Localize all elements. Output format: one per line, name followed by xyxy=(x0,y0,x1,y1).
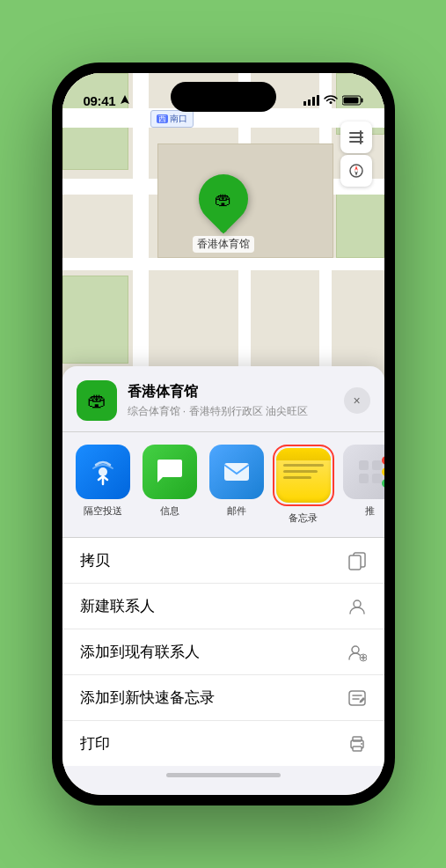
svg-rect-20 xyxy=(349,555,361,570)
svg-point-30 xyxy=(361,743,362,745)
mail-label: 邮件 xyxy=(227,504,246,518)
action-add-existing[interactable]: 添加到现有联系人 xyxy=(62,629,384,675)
action-print[interactable]: 打印 xyxy=(62,721,384,766)
svg-rect-18 xyxy=(372,474,382,483)
svg-rect-14 xyxy=(224,463,249,481)
more-dots xyxy=(382,456,384,488)
map-label-prefix: 西 xyxy=(157,114,168,123)
action-copy-label: 拷贝 xyxy=(80,550,110,570)
airdrop-icon xyxy=(89,458,117,486)
svg-rect-28 xyxy=(353,747,362,751)
notes-icon-wrap xyxy=(276,448,331,503)
notes-line-3 xyxy=(283,476,311,479)
svg-rect-16 xyxy=(372,460,382,470)
pin-label: 香港体育馆 xyxy=(193,236,254,253)
location-arrow-icon xyxy=(121,95,129,106)
share-notes[interactable]: 备忘录 xyxy=(274,445,333,525)
location-button[interactable] xyxy=(340,155,372,187)
dot-yellow xyxy=(382,467,384,476)
svg-rect-1 xyxy=(308,99,311,106)
compass-icon xyxy=(348,163,364,179)
map-controls xyxy=(340,121,372,187)
svg-rect-2 xyxy=(312,97,315,106)
messages-icon xyxy=(154,456,186,488)
action-add-existing-label: 添加到现有联系人 xyxy=(80,642,200,662)
dot-red xyxy=(382,456,384,465)
home-indicator xyxy=(166,773,281,777)
phone-screen: 09:41 xyxy=(62,73,384,795)
share-more[interactable]: 推 xyxy=(340,445,384,525)
action-list: 拷贝 新建联系人 添加到现有联系人 xyxy=(62,538,384,766)
action-new-contact-label: 新建联系人 xyxy=(80,596,155,616)
more-icon-wrap xyxy=(343,445,384,499)
dot-green xyxy=(382,479,384,488)
action-quick-note-label: 添加到新快速备忘录 xyxy=(80,688,215,708)
airdrop-icon-wrap xyxy=(76,445,130,499)
mail-icon xyxy=(221,456,252,488)
mail-icon-wrap xyxy=(209,445,264,499)
print-icon xyxy=(347,734,367,754)
notes-lines xyxy=(276,460,331,482)
svg-point-21 xyxy=(354,600,361,607)
pin-stadium-icon: 🏟 xyxy=(215,189,232,210)
svg-rect-17 xyxy=(359,474,369,483)
messages-label: 信息 xyxy=(160,504,179,518)
close-button[interactable]: × xyxy=(344,387,370,414)
svg-rect-6 xyxy=(343,98,358,104)
action-quick-note[interactable]: 添加到新快速备忘录 xyxy=(62,675,384,721)
venue-info: 香港体育馆 综合体育馆 · 香港特别行政区 油尖旺区 xyxy=(128,383,344,419)
close-icon: × xyxy=(353,394,360,408)
messages-icon-wrap xyxy=(143,445,197,499)
share-messages[interactable]: 信息 xyxy=(140,445,200,525)
svg-rect-0 xyxy=(303,101,306,106)
notes-highlight-border xyxy=(273,445,334,506)
svg-rect-29 xyxy=(353,737,362,741)
notes-line-2 xyxy=(283,470,318,473)
svg-rect-3 xyxy=(317,95,319,106)
quick-note-icon xyxy=(347,688,367,708)
notes-top-bar xyxy=(276,448,331,460)
map-green-4 xyxy=(336,188,384,258)
notes-line-1 xyxy=(283,464,324,467)
phone-frame: 09:41 xyxy=(52,63,395,805)
map-layers-icon xyxy=(347,129,365,146)
action-new-contact[interactable]: 新建联系人 xyxy=(62,584,384,629)
svg-point-22 xyxy=(352,646,359,653)
dynamic-island xyxy=(171,82,276,112)
map-type-button[interactable] xyxy=(340,121,372,153)
venue-header: 🏟 香港体育馆 综合体育馆 · 香港特别行政区 油尖旺区 × xyxy=(62,366,384,432)
signal-icon xyxy=(303,95,319,106)
battery-icon xyxy=(342,95,363,106)
pin-circle: 🏟 xyxy=(188,164,258,233)
airdrop-label: 隔空投送 xyxy=(84,504,122,518)
venue-icon: 🏟 xyxy=(77,380,117,421)
svg-rect-10 xyxy=(360,130,362,144)
location-pin: 🏟 香港体育馆 xyxy=(193,174,254,253)
share-airdrop[interactable]: 隔空投送 xyxy=(73,445,133,525)
action-copy[interactable]: 拷贝 xyxy=(62,538,384,584)
venue-subtitle: 综合体育馆 · 香港特别行政区 油尖旺区 xyxy=(128,404,344,419)
more-apps-icon xyxy=(355,456,384,488)
venue-name: 香港体育馆 xyxy=(128,383,344,401)
map-road-h3 xyxy=(62,258,384,270)
more-label: 推 xyxy=(365,504,375,518)
action-print-label: 打印 xyxy=(80,733,110,754)
share-mail[interactable]: 邮件 xyxy=(207,445,267,525)
svg-rect-15 xyxy=(359,460,369,470)
notes-label: 备忘录 xyxy=(289,511,318,525)
add-contact-icon xyxy=(347,643,367,662)
new-contact-icon xyxy=(347,597,367,616)
status-time: 09:41 xyxy=(84,93,116,108)
copy-icon xyxy=(347,551,367,570)
share-row: 隔空投送 信息 xyxy=(62,432,384,538)
status-icons xyxy=(303,95,363,106)
svg-rect-5 xyxy=(361,99,362,103)
wifi-icon xyxy=(324,95,338,106)
map-green-2 xyxy=(62,276,128,364)
bottom-sheet: 🏟 香港体育馆 综合体育馆 · 香港特别行政区 油尖旺区 × xyxy=(62,366,384,795)
